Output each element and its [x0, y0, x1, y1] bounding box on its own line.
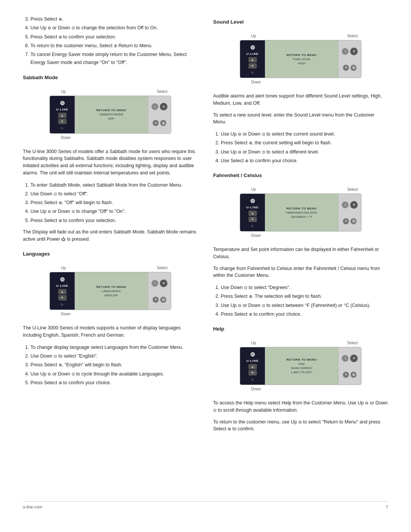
- sound-level-nav: ▲ ▼: [249, 57, 257, 69]
- select-icon: ⊛: [59, 361, 62, 369]
- fahrenheit-step-2: Press Select ⊛. The selection will begin…: [221, 292, 388, 300]
- help-ctrl-sound: ♪: [342, 355, 349, 362]
- intro-item-3: Press Select ⊛.: [30, 15, 198, 23]
- languages-title: Languages: [23, 251, 198, 257]
- uline-logo-icon-sound: ⊚: [246, 44, 258, 51]
- sabbath-step-2: Use Down ⊙ to select "Off".: [30, 190, 198, 198]
- help-down-btn: ▼: [249, 370, 257, 375]
- down-icon: ⊙: [72, 24, 75, 32]
- sabbath-step-1: To enter Sabbath Mode, select Sabbath Mo…: [30, 181, 198, 189]
- sound-level-description2: To select a new sound level, enter the S…: [213, 112, 388, 126]
- intro-item-6: To return to the customer menu, Select ⊛…: [30, 42, 198, 50]
- help-up-btn: ▲: [249, 364, 257, 369]
- uline-logo-sound: ⊚ U·LINE: [246, 44, 258, 56]
- fahrenheit-up-btn: ▲: [249, 211, 257, 216]
- footer-url: u-line.com: [23, 505, 42, 509]
- help-panel-wrapper: Up Select ⊚ U·LINE ▲ ▼ ▷: [240, 347, 362, 385]
- fahrenheit-steps: Use Down ⊙ to select "Degrees". Press Se…: [221, 284, 388, 319]
- select-icon: ⊛: [245, 157, 249, 165]
- sound-level-panel-center: RETURN TO MENU TONE LEVEL HIGH: [265, 40, 338, 78]
- languages-menu-line1: RETURN TO MENU: [96, 285, 126, 289]
- up-icon: ⊖: [298, 419, 302, 425]
- select-icon: ⊛: [59, 16, 62, 23]
- sabbath-ctrl-row1: ♪ ⊛: [151, 103, 167, 110]
- help-menu-line4: 1-800-779-2547: [291, 371, 312, 374]
- sabbath-panel-wrapper: Up Select ⊚ U·LINE ▲ ▼ ▷: [49, 96, 171, 134]
- sound-level-menu-line2: TONE LEVEL: [292, 58, 311, 61]
- uline-logo-text-lang: U·LINE: [56, 284, 68, 288]
- help-extra: ▷: [252, 378, 254, 381]
- languages-ctrl-sound: ♪: [151, 280, 158, 287]
- uline-logo-text-fahr: U·LINE: [246, 206, 258, 209]
- footer: u-line.com 7: [23, 501, 388, 509]
- sabbath-nav: ▲ ▼: [58, 113, 67, 124]
- help-ctrl-row2: ✦ ⏻: [343, 372, 357, 378]
- languages-step-4: Use Up ⊖ or Down ⊙ to cycle through the …: [30, 370, 198, 378]
- sound-level-step-4: Use Select ⊛ to confirm your choice.: [221, 157, 388, 165]
- power-icon: ⏻: [61, 236, 65, 243]
- languages-menu-line3: ENGLISH: [105, 294, 118, 297]
- fahrenheit-panel-right: ♪ ⊛ ✦ ⏻: [338, 194, 361, 231]
- sabbath-panel-down-label: Down: [61, 136, 71, 140]
- sound-level-ctrl-select: ⊛: [350, 48, 358, 55]
- down-icon: ⊙: [54, 353, 57, 360]
- sound-level-ctrl-row2: ✦ ⏻: [343, 65, 357, 71]
- help-panel-up-label: Up: [251, 341, 256, 345]
- sound-level-panel-up-label: Up: [251, 34, 256, 38]
- help-menu-line2: Help: [298, 362, 304, 366]
- intro-list: Press Select ⊛. Use Up ⊖ or Down ⊙ to ch…: [30, 15, 198, 68]
- right-column: Sound Level Up Select ⊚ U·LINE ▲: [213, 15, 388, 494]
- sound-level-panel-down-label: Down: [251, 80, 261, 84]
- sound-level-panel-right: ♪ ⊛ ✦ ⏻: [338, 40, 361, 78]
- help-panel-right: ♪ ⊛ ✦ ⏻: [338, 347, 361, 385]
- languages-panel-wrapper: Up Select ⊚ U·LINE ▲ ▼ ▷: [49, 272, 171, 310]
- select-icon: ⊛: [59, 199, 62, 206]
- fahrenheit-panel-select-label: Select: [347, 187, 358, 192]
- uline-logo-text-help: U·LINE: [246, 359, 258, 363]
- sound-level-menu-line1: RETURN TO MENU: [287, 53, 317, 57]
- help-title: Help: [213, 326, 388, 332]
- up-icon: ⊖: [238, 149, 241, 156]
- down-icon: ⊙: [262, 149, 265, 156]
- sound-level-up-btn: ▲: [249, 57, 257, 62]
- help-panel: ⊚ U·LINE ▲ ▼ ▷ RETURN TO MENU Help: [240, 347, 362, 385]
- sabbath-menu-line1: RETURN TO MENU: [96, 109, 126, 112]
- select-icon: ⊛: [59, 217, 62, 224]
- fahrenheit-down-btn: ▼: [249, 217, 257, 222]
- select-icon: ⊛: [249, 139, 252, 147]
- sabbath-panel-container: Up Select ⊚ U·LINE ▲ ▼ ▷: [23, 89, 198, 141]
- fahrenheit-step-4: Press Select ⊛ to confirm your choice.: [221, 310, 388, 318]
- languages-step-2: Use Down ⊙ to select "English".: [30, 352, 198, 360]
- select-icon: ⊛: [59, 34, 62, 41]
- languages-panel: ⊚ U·LINE ▲ ▼ ▷ RETURN TO MENU LANGUAGES: [49, 272, 171, 310]
- fahrenheit-panel-down-label: Down: [251, 233, 261, 238]
- fahrenheit-ctrl-row1: ♪ ⊛: [342, 201, 358, 209]
- up-icon: ⊖: [238, 131, 241, 138]
- sound-level-step-2: Press Select ⊛, the current setting will…: [221, 139, 388, 147]
- fahrenheit-menu-line1: RETURN TO MENU: [287, 207, 317, 210]
- uline-logo-text: U·LINE: [56, 108, 68, 111]
- sound-level-panel-select-label: Select: [347, 34, 358, 38]
- languages-up-btn: ▲: [58, 289, 67, 294]
- down-icon: ⊙: [72, 371, 75, 378]
- select-icon: ⊛: [228, 426, 231, 432]
- sound-level-step-3: Use Up ⊖ or Down ⊙ to select a different…: [221, 148, 388, 156]
- languages-panel-container: Up Select ⊚ U·LINE ▲ ▼ ▷: [23, 265, 198, 318]
- uline-logo-fahr: ⊚ U·LINE: [246, 197, 258, 209]
- sound-level-panel-wrapper: Up Select ⊚ U·LINE ▲ ▼ ▷: [240, 40, 362, 78]
- uline-logo: ⊚ U·LINE: [56, 99, 68, 111]
- fahrenheit-step-1: Use Down ⊙ to select "Degrees".: [221, 284, 388, 292]
- up-icon: ⊖: [48, 371, 51, 378]
- languages-step-1: To change display language select Langua…: [30, 343, 198, 351]
- select-icon: ⊛: [114, 42, 117, 50]
- up-icon: ⊖: [48, 208, 51, 215]
- sound-level-steps: Use Up ⊖ or Down ⊙ to select the current…: [221, 130, 388, 166]
- sabbath-title: Sabbath Mode: [23, 75, 198, 80]
- select-icon: ⊛: [249, 293, 252, 300]
- help-panel-left: ⊚ U·LINE ▲ ▼ ▷: [240, 347, 265, 385]
- fahrenheit-nav: ▲ ▼: [249, 211, 257, 222]
- fahrenheit-panel: ⊚ U·LINE ▲ ▼ ▷ RETURN TO MENU FARENHEIT: [240, 193, 362, 232]
- uline-logo-text-sound: U·LINE: [246, 52, 258, 56]
- sound-level-title: Sound Level: [213, 19, 388, 25]
- intro-item-4: Use Up ⊖ or Down ⊙ to change the selecti…: [30, 24, 198, 32]
